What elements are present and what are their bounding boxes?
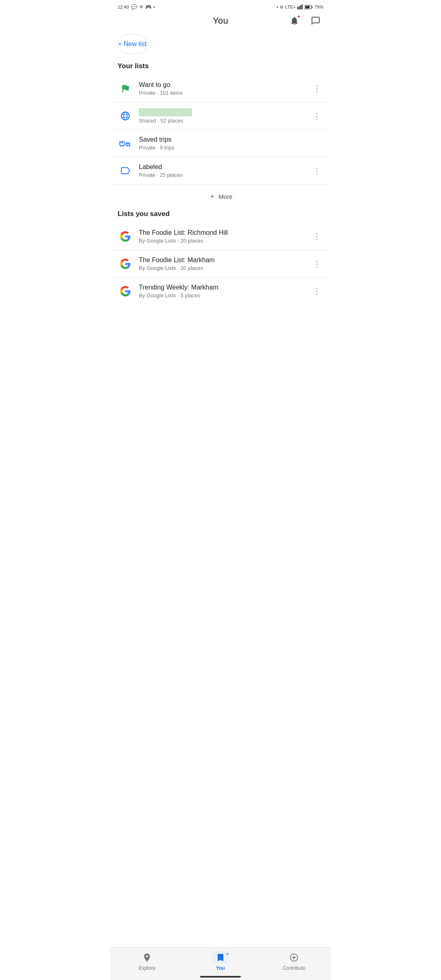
- svg-point-18: [129, 145, 130, 147]
- list-item[interactable]: Want to go Private · 101 items ⋮: [110, 75, 331, 102]
- more-button[interactable]: More: [110, 185, 331, 210]
- header-actions: [287, 13, 323, 29]
- earth-icon-wrap: [118, 108, 133, 124]
- earth-icon: [120, 111, 131, 121]
- time: 12:40: [118, 4, 129, 9]
- item-more-button[interactable]: ⋮: [310, 109, 323, 122]
- google-logo-wrap-1: [118, 229, 133, 244]
- page-title: You: [213, 16, 228, 26]
- svg-rect-13: [122, 142, 123, 143]
- notification-dot: [297, 15, 301, 18]
- status-dot: •: [154, 4, 155, 9]
- svg-rect-2: [300, 5, 301, 9]
- google-g-icon: [120, 285, 131, 297]
- flag-icon: [120, 83, 131, 94]
- list-sub: Private · 101 items: [139, 90, 310, 96]
- list-sub: Private · 9 trips: [139, 145, 323, 151]
- item-more-button[interactable]: ⋮: [310, 230, 323, 243]
- list-item[interactable]: Saved trips Private · 9 trips: [110, 130, 331, 157]
- list-sub: Private · 25 places: [139, 172, 310, 178]
- status-icon-1: 💬: [131, 4, 137, 10]
- status-icon-3: 🎮: [145, 4, 151, 10]
- header: You: [110, 12, 331, 31]
- list-info: Saved trips Private · 9 trips: [139, 136, 323, 151]
- saved-lists-title: Lists you saved: [110, 210, 331, 223]
- list-info: Trending Weekly: Markham By Google Lists…: [139, 284, 310, 298]
- list-item[interactable]: Shared · 52 places ⋮: [110, 102, 331, 130]
- item-more-button[interactable]: ⋮: [310, 285, 323, 298]
- signal-icon: [297, 4, 303, 9]
- svg-rect-0: [297, 7, 298, 9]
- svg-rect-11: [120, 141, 125, 145]
- google-logo-wrap-2: [118, 256, 133, 272]
- saved-lists-section: Lists you saved The Foodie List: Richmon…: [110, 210, 331, 305]
- notifications-button[interactable]: [287, 13, 302, 29]
- battery-icon: [305, 5, 313, 9]
- trips-icon-wrap: [118, 136, 133, 151]
- google-g-icon: [120, 231, 131, 242]
- svg-rect-3: [301, 4, 303, 9]
- lte-label: LTE+: [285, 4, 296, 9]
- flag-icon-wrap: [118, 81, 133, 96]
- label-icon: [120, 165, 131, 176]
- list-item[interactable]: The Foodie List: Richmond Hill By Google…: [110, 223, 331, 250]
- svg-point-7: [121, 112, 129, 120]
- list-name: Trending Weekly: Markham: [139, 284, 310, 291]
- label-icon-wrap: [118, 163, 133, 178]
- trips-icon: [119, 138, 131, 149]
- list-sub: Shared · 52 places: [139, 118, 310, 124]
- svg-rect-5: [312, 6, 312, 8]
- status-left: 12:40 💬 ✳ 🎮 •: [118, 4, 155, 10]
- svg-point-15: [123, 145, 124, 147]
- list-info: Labeled Private · 25 places: [139, 163, 310, 178]
- list-info: Want to go Private · 101 items: [139, 81, 310, 96]
- new-list-button[interactable]: + New list: [118, 34, 147, 54]
- svg-rect-16: [126, 144, 130, 145]
- svg-point-14: [120, 145, 122, 147]
- list-item[interactable]: The Foodie List: Markham By Google Lists…: [110, 250, 331, 278]
- google-logo-wrap-3: [118, 283, 133, 299]
- list-name: Want to go: [139, 81, 310, 89]
- list-item[interactable]: Labeled Private · 25 places ⋮: [110, 157, 331, 185]
- list-name: The Foodie List: Markham: [139, 256, 310, 264]
- list-info: The Foodie List: Markham By Google Lists…: [139, 256, 310, 271]
- dnd-icon: ⊖: [280, 4, 283, 10]
- more-label: More: [218, 193, 232, 200]
- list-item[interactable]: Trending Weekly: Markham By Google Lists…: [110, 278, 331, 305]
- svg-point-17: [127, 145, 128, 147]
- battery-label: 79%: [314, 4, 323, 9]
- svg-point-8: [124, 112, 127, 120]
- google-g-icon: [120, 258, 131, 270]
- status-icon-2: ✳: [139, 4, 143, 10]
- item-more-button[interactable]: ⋮: [310, 164, 323, 177]
- blurred-list-name: [139, 108, 192, 116]
- chat-icon: [311, 16, 321, 26]
- list-sub: By Google Lists · 20 places: [139, 238, 310, 244]
- list-name: Labeled: [139, 163, 310, 171]
- item-more-button[interactable]: ⋮: [310, 257, 323, 270]
- list-sub: By Google Lists · 20 places: [139, 265, 310, 271]
- svg-rect-12: [120, 142, 122, 143]
- status-bar: 12:40 💬 ✳ 🎮 • • ⊖ LTE+ 79%: [110, 0, 331, 12]
- status-right: • ⊖ LTE+ 79%: [276, 4, 323, 10]
- svg-rect-6: [305, 6, 310, 8]
- your-lists-section: Your lists Want to go Private · 101 item…: [110, 62, 331, 210]
- your-lists-title: Your lists: [110, 62, 331, 75]
- list-info: The Foodie List: Richmond Hill By Google…: [139, 229, 310, 244]
- list-name: The Foodie List: Richmond Hill: [139, 229, 310, 236]
- svg-rect-1: [298, 6, 300, 9]
- chevron-down-icon: [209, 193, 216, 200]
- messages-button[interactable]: [308, 13, 323, 29]
- list-sub: By Google Lists · 5 places: [139, 292, 310, 298]
- list-info: Shared · 52 places: [139, 108, 310, 124]
- list-name: Saved trips: [139, 136, 323, 143]
- item-more-button[interactable]: ⋮: [310, 82, 323, 95]
- status-dot2: •: [276, 4, 278, 9]
